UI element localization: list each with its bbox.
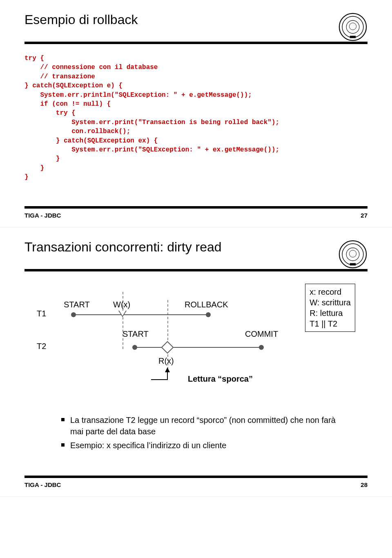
- t2-end-dot: [259, 345, 264, 350]
- footer-line: [24, 206, 368, 209]
- slide-header: Transazioni concorrenti: dirty read: [24, 240, 368, 269]
- svg-point-6: [342, 244, 363, 265]
- list-item: La transazione T2 legge un record “sporc…: [61, 414, 343, 437]
- arrow-line: [167, 372, 168, 380]
- slide-title: Esempio di rollback: [24, 12, 138, 27]
- legend-line: T1 || T2: [310, 318, 351, 329]
- legend-box: x: record W: scrittura R: lettura T1 || …: [305, 284, 355, 332]
- bullet-text: Esempio: x specifica l’indirizzo di un c…: [70, 440, 226, 451]
- bullet-icon: [61, 443, 65, 447]
- t2-start-dot: [132, 345, 137, 350]
- code-block: try { // connessione con il database // …: [24, 54, 368, 182]
- slide-28: Transazioni concorrenti: dirty read x: r…: [0, 227, 392, 497]
- svg-point-7: [346, 248, 359, 261]
- list-item: Esempio: x specifica l’indirizzo di un c…: [61, 440, 343, 451]
- t2-timeline: [135, 347, 261, 348]
- footer-label: TIGA - JDBC: [24, 212, 61, 219]
- page-number: 27: [361, 212, 368, 219]
- t2-label: T2: [37, 342, 46, 351]
- write-marker-icon: [118, 311, 127, 317]
- rx-label: R(x): [158, 356, 174, 366]
- title-underline: [24, 269, 368, 271]
- arrow-line: [151, 379, 167, 380]
- legend-line: W: scrittura: [310, 297, 351, 308]
- t1-end-dot: [206, 312, 211, 317]
- svg-point-1: [342, 16, 363, 38]
- timeline-diagram: x: record W: scrittura R: lettura T1 || …: [24, 284, 368, 390]
- footer-line: [24, 476, 368, 478]
- svg-point-2: [346, 20, 359, 33]
- bullet-icon: [61, 418, 65, 421]
- slide-title: Transazioni concorrenti: dirty read: [24, 240, 222, 255]
- bullet-list: La transazione T2 legge un record “sporc…: [61, 414, 343, 451]
- lettura-sporca-label: Lettura “sporca”: [188, 374, 253, 384]
- svg-rect-4: [350, 36, 356, 38]
- university-seal-icon: [338, 12, 368, 42]
- slide-27: Esempio di rollback try { // connessione…: [0, 0, 392, 227]
- rollback-label: ROLLBACK: [185, 300, 228, 309]
- read-marker-icon: [161, 341, 174, 354]
- t1-label: T1: [37, 309, 46, 318]
- university-seal-icon: [338, 240, 368, 269]
- legend-line: x: record: [310, 287, 351, 297]
- bullet-text: La transazione T2 legge un record “sporc…: [70, 414, 343, 437]
- slide-footer: TIGA - JDBC 28: [24, 481, 368, 488]
- title-underline: [24, 42, 368, 44]
- legend-line: R: lettura: [310, 308, 351, 318]
- svg-point-3: [349, 23, 356, 30]
- commit-label: COMMIT: [245, 329, 278, 339]
- svg-rect-9: [350, 263, 356, 266]
- svg-point-8: [349, 250, 356, 257]
- page-number: 28: [361, 481, 368, 488]
- wx-label: W(x): [113, 300, 130, 309]
- slide-footer: TIGA - JDBC 27: [24, 212, 368, 219]
- footer-label: TIGA - JDBC: [24, 481, 61, 488]
- t1-timeline: [74, 314, 208, 315]
- t1-start-dot: [71, 312, 76, 317]
- start-label: START: [122, 329, 149, 339]
- slide-header: Esempio di rollback: [24, 12, 368, 42]
- start-label: START: [64, 300, 90, 309]
